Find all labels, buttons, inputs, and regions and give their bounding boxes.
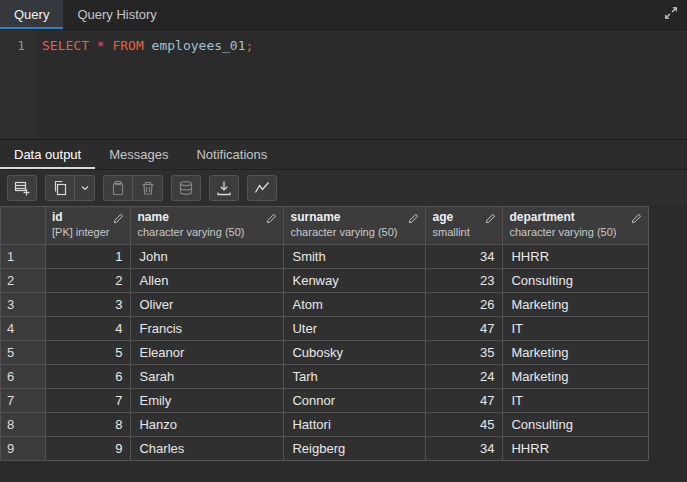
cell-name[interactable]: Eleanor — [131, 341, 284, 365]
cell-department[interactable]: HHRR — [503, 437, 649, 461]
cell-age[interactable]: 34 — [426, 245, 503, 269]
cell-department[interactable]: Consulting — [503, 269, 649, 293]
cell-id[interactable]: 6 — [46, 365, 131, 389]
sql-star-token: * — [97, 38, 105, 53]
cell-age[interactable]: 23 — [426, 269, 503, 293]
cell-name[interactable]: Francis — [131, 317, 284, 341]
cell-age[interactable]: 35 — [426, 341, 503, 365]
cell-age[interactable]: 47 — [426, 389, 503, 413]
table-row: 9 9 Charles Reigberg 34 HHRR — [1, 437, 649, 461]
column-name: department — [509, 210, 627, 225]
cell-name[interactable]: John — [131, 245, 284, 269]
cell-age[interactable]: 47 — [426, 317, 503, 341]
sql-semicolon: ; — [246, 38, 254, 53]
save-data-changes-button[interactable] — [171, 175, 201, 201]
cell-id[interactable]: 9 — [46, 437, 131, 461]
query-tabbar: Query Query History — [0, 0, 687, 30]
column-name: id — [52, 210, 109, 225]
download-icon — [216, 180, 232, 196]
column-name: name — [137, 210, 262, 225]
table-row: 7 7 Emily Connor 47 IT — [1, 389, 649, 413]
edit-column-icon[interactable] — [113, 212, 124, 227]
add-row-button[interactable] — [7, 175, 37, 201]
cell-id[interactable]: 2 — [46, 269, 131, 293]
cell-id[interactable]: 1 — [46, 245, 131, 269]
sql-code-line: SELECT * FROM employees_01; — [34, 30, 253, 139]
tab-query-history[interactable]: Query History — [63, 0, 170, 29]
cell-age[interactable]: 24 — [426, 365, 503, 389]
column-type: character varying (50) — [137, 225, 262, 239]
copy-button[interactable] — [45, 175, 75, 201]
column-header-id[interactable]: id [PK] integer — [46, 207, 131, 245]
column-name: surname — [290, 210, 404, 225]
table-row: 5 5 Eleanor Cubosky 35 Marketing — [1, 341, 649, 365]
column-header-department[interactable]: department character varying (50) — [503, 207, 649, 245]
line-number-gutter: 1 — [0, 30, 34, 139]
cell-age[interactable]: 26 — [426, 293, 503, 317]
row-number[interactable]: 2 — [1, 269, 46, 293]
chevron-down-icon — [79, 182, 91, 194]
expand-icon — [664, 6, 678, 24]
cell-surname[interactable]: Uter — [284, 317, 426, 341]
cell-department[interactable]: IT — [503, 317, 649, 341]
download-csv-button[interactable] — [209, 175, 239, 201]
sql-editor[interactable]: 1 SELECT * FROM employees_01; — [0, 30, 687, 140]
cell-id[interactable]: 4 — [46, 317, 131, 341]
cell-name[interactable]: Sarah — [131, 365, 284, 389]
edit-column-icon[interactable] — [266, 212, 277, 227]
graph-visualiser-button[interactable] — [247, 175, 277, 201]
cell-age[interactable]: 34 — [426, 437, 503, 461]
cell-surname[interactable]: Hattori — [284, 413, 426, 437]
row-number[interactable]: 3 — [1, 293, 46, 317]
cell-surname[interactable]: Kenway — [284, 269, 426, 293]
cell-surname[interactable]: Tarh — [284, 365, 426, 389]
cell-surname[interactable]: Cubosky — [284, 341, 426, 365]
cell-id[interactable]: 3 — [46, 293, 131, 317]
column-header-surname[interactable]: surname character varying (50) — [284, 207, 426, 245]
cell-surname[interactable]: Reigberg — [284, 437, 426, 461]
cell-department[interactable]: Marketing — [503, 293, 649, 317]
cell-department[interactable]: Marketing — [503, 365, 649, 389]
cell-id[interactable]: 8 — [46, 413, 131, 437]
row-number[interactable]: 7 — [1, 389, 46, 413]
column-header-age[interactable]: age smallint — [426, 207, 503, 245]
tab-notifications[interactable]: Notifications — [182, 140, 281, 169]
edit-column-icon[interactable] — [408, 212, 419, 227]
copy-options-button[interactable] — [75, 175, 95, 201]
row-number[interactable]: 4 — [1, 317, 46, 341]
cell-department[interactable]: Marketing — [503, 341, 649, 365]
cell-id[interactable]: 5 — [46, 341, 131, 365]
cell-name[interactable]: Hanzo — [131, 413, 284, 437]
cell-surname[interactable]: Connor — [284, 389, 426, 413]
column-type: smallint — [432, 225, 481, 239]
row-number[interactable]: 1 — [1, 245, 46, 269]
expand-panel-button[interactable] — [655, 0, 687, 29]
row-number[interactable]: 9 — [1, 437, 46, 461]
row-number[interactable]: 5 — [1, 341, 46, 365]
cell-name[interactable]: Charles — [131, 437, 284, 461]
row-number[interactable]: 6 — [1, 365, 46, 389]
tab-data-output[interactable]: Data output — [0, 140, 95, 169]
row-number[interactable]: 8 — [1, 413, 46, 437]
cell-department[interactable]: Consulting — [503, 413, 649, 437]
tab-query[interactable]: Query — [0, 0, 63, 29]
edit-column-icon[interactable] — [631, 212, 642, 227]
cell-surname[interactable]: Smith — [284, 245, 426, 269]
cell-surname[interactable]: Atom — [284, 293, 426, 317]
paste-button[interactable] — [103, 175, 133, 201]
cell-name[interactable]: Allen — [131, 269, 284, 293]
cell-age[interactable]: 45 — [426, 413, 503, 437]
cell-department[interactable]: HHRR — [503, 245, 649, 269]
row-number-header — [1, 207, 46, 245]
tab-messages[interactable]: Messages — [95, 140, 182, 169]
cell-name[interactable]: Oliver — [131, 293, 284, 317]
cell-name[interactable]: Emily — [131, 389, 284, 413]
column-header-name[interactable]: name character varying (50) — [131, 207, 284, 245]
edit-column-icon[interactable] — [485, 212, 496, 227]
cell-id[interactable]: 7 — [46, 389, 131, 413]
delete-row-button[interactable] — [133, 175, 163, 201]
cell-department[interactable]: IT — [503, 389, 649, 413]
copy-icon — [52, 180, 68, 196]
table-row: 3 3 Oliver Atom 26 Marketing — [1, 293, 649, 317]
sql-keyword-from: FROM — [112, 38, 143, 53]
